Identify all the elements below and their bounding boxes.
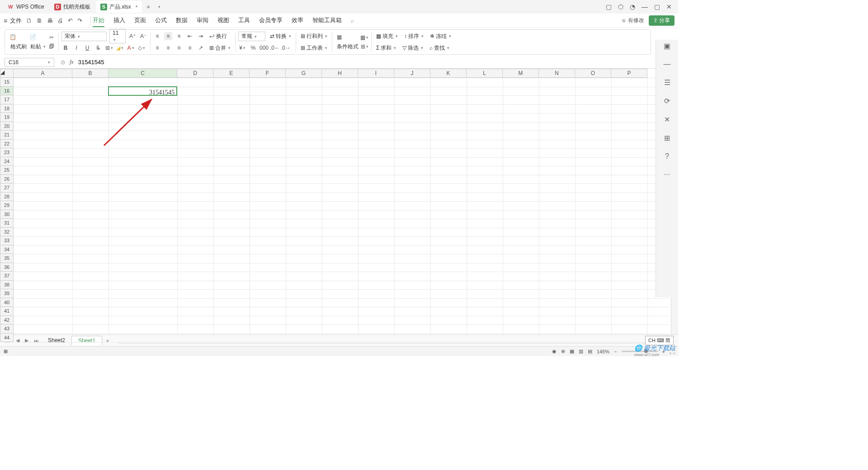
rail-select-icon[interactable]: ▣ <box>664 42 670 50</box>
row-header[interactable]: 39 <box>0 289 14 298</box>
align-right-icon[interactable]: ≡ <box>175 44 183 52</box>
share-button[interactable]: ⇪ 分享 <box>649 15 675 26</box>
open-icon[interactable]: 🗎 <box>37 17 42 24</box>
cells-area[interactable] <box>14 78 669 334</box>
font-select[interactable]: 宋体 ▾ <box>61 32 107 41</box>
row-header[interactable]: 20 <box>0 122 14 131</box>
align-mid-icon[interactable]: ≡ <box>164 32 172 40</box>
italic-icon[interactable]: I <box>72 44 80 52</box>
row-header[interactable]: 21 <box>0 131 14 140</box>
menu-数据[interactable]: 数据 <box>176 14 188 27</box>
menu-插入[interactable]: 插入 <box>113 14 125 27</box>
print-icon[interactable]: 🖶 <box>47 17 53 24</box>
col-header[interactable]: I <box>358 69 394 78</box>
zoom-out-icon[interactable]: − <box>614 349 617 354</box>
menu-工具[interactable]: 工具 <box>238 14 250 27</box>
search-icon[interactable]: ⌕ <box>351 18 354 24</box>
col-header[interactable]: E <box>213 69 250 78</box>
align-bot-icon[interactable]: ≡ <box>175 32 183 40</box>
row-header[interactable]: 27 <box>0 183 14 193</box>
rail-refresh-icon[interactable]: ⟳ <box>664 97 670 105</box>
row-header[interactable]: 24 <box>0 157 14 166</box>
col-header[interactable]: A <box>14 69 72 78</box>
row-header[interactable]: 44 <box>0 334 14 343</box>
print-preview-icon[interactable]: 🖨 <box>57 17 63 24</box>
tab-docer[interactable]: D找稻壳模板 <box>50 1 95 13</box>
col-header[interactable]: M <box>503 69 539 78</box>
file-menu[interactable]: 文件 <box>10 17 22 25</box>
wrap-button[interactable]: ⮐ 换行 <box>208 32 229 41</box>
row-header[interactable]: 28 <box>0 193 14 202</box>
row-header[interactable]: 34 <box>0 245 14 254</box>
undo-icon[interactable]: ↶ <box>68 17 73 24</box>
align-center-icon[interactable]: ≡ <box>164 44 172 52</box>
menu-开始[interactable]: 开始 <box>93 14 104 27</box>
border-icon[interactable]: ⊞▾ <box>105 44 113 52</box>
menu-会员专享[interactable]: 会员专享 <box>259 14 283 27</box>
eye-icon[interactable]: ◉ <box>552 348 557 354</box>
target-icon[interactable]: ⊕ <box>561 348 565 354</box>
convert-button[interactable]: ⇄ 转换▾ <box>268 32 293 41</box>
freeze-button[interactable]: ❄ 冻结▾ <box>428 32 453 41</box>
col-header[interactable]: D <box>177 69 213 78</box>
add-sheet-button[interactable]: + <box>102 337 113 344</box>
rail-panel-icon[interactable]: ☰ <box>664 78 670 87</box>
align-justify-icon[interactable]: ≡ <box>186 44 194 52</box>
row-header[interactable]: 42 <box>0 316 14 325</box>
selected-cell[interactable]: 31541545 <box>108 86 177 96</box>
row-header[interactable]: 41 <box>0 307 14 316</box>
fx-icon[interactable]: fx <box>70 59 74 66</box>
filter-button[interactable]: ▽ 筛选▾ <box>401 43 425 53</box>
row-header[interactable]: 22 <box>0 140 14 149</box>
sum-button[interactable]: Σ 求和▾ <box>374 43 398 53</box>
formula-input[interactable] <box>78 59 674 66</box>
zoom-level[interactable]: 145% <box>597 349 609 354</box>
cut-icon[interactable]: ✂ <box>47 33 56 42</box>
row-header[interactable]: 29 <box>0 201 14 210</box>
avatar-icon[interactable]: ◔ <box>630 3 635 10</box>
row-header[interactable]: 16 <box>0 87 14 96</box>
layout-icon[interactable]: ▢ <box>606 3 612 10</box>
menu-公式[interactable]: 公式 <box>155 14 167 27</box>
find-button[interactable]: ⌕ 查找▾ <box>428 43 451 53</box>
sheet-tab[interactable]: Sheet1 <box>71 336 102 345</box>
align-left-icon[interactable]: ≡ <box>153 44 161 52</box>
new-icon[interactable]: 🗋 <box>26 17 32 24</box>
inc-dec-icon[interactable]: .0← <box>271 44 279 52</box>
format-brush[interactable]: 格式刷 <box>9 42 28 52</box>
rows-cols-button[interactable]: ⊞ 行和列▾ <box>299 32 329 41</box>
align-top-icon[interactable]: ≡ <box>153 32 161 40</box>
dec-dec-icon[interactable]: .0→ <box>282 44 290 52</box>
row-header[interactable]: 38 <box>0 281 14 290</box>
select-all-corner[interactable]: ◢ <box>0 69 14 78</box>
row-header[interactable]: 30 <box>0 210 14 219</box>
cloud-save-status[interactable]: ⊙ 有修改 <box>622 17 644 24</box>
row-header[interactable]: 17 <box>0 95 14 104</box>
rail-close-icon[interactable]: ✕ <box>664 115 670 124</box>
row-header[interactable]: 18 <box>0 104 14 113</box>
col-header[interactable]: F <box>250 69 286 78</box>
view-normal-icon[interactable]: ▦ <box>570 348 574 354</box>
orient-icon[interactable]: ↗ <box>197 44 205 52</box>
cell-style-icon[interactable]: ⊞▾ <box>360 42 368 51</box>
sheet-tab[interactable]: Sheet2 <box>42 336 71 345</box>
col-header[interactable]: L <box>467 69 503 78</box>
status-icon[interactable]: ⊞ <box>4 348 8 354</box>
paste-button[interactable]: 粘贴▾ <box>28 42 47 52</box>
row-header[interactable]: 33 <box>0 236 14 245</box>
font-size[interactable]: 11 ▾ <box>109 29 126 43</box>
row-header[interactable]: 32 <box>0 228 14 237</box>
row-header[interactable]: 36 <box>0 263 14 272</box>
indent-dec-icon[interactable]: ⇤ <box>186 32 194 40</box>
rail-help-icon[interactable]: ? <box>665 152 669 160</box>
currency-icon[interactable]: ¥▾ <box>238 44 246 52</box>
col-header[interactable]: O <box>575 69 611 78</box>
hamburger-icon[interactable]: ≡ <box>4 17 7 24</box>
view-break-icon[interactable]: ▤ <box>588 348 592 354</box>
row-header[interactable]: 37 <box>0 272 14 281</box>
underline-icon[interactable]: U <box>83 44 91 52</box>
row-header[interactable]: 15 <box>0 78 14 87</box>
view-layout-icon[interactable]: ▥ <box>579 348 583 354</box>
bold-icon[interactable]: B <box>61 44 70 52</box>
spreadsheet-grid[interactable]: ◢ ABCDEFGHIJKLMNOP 151617181920212223242… <box>0 69 678 334</box>
